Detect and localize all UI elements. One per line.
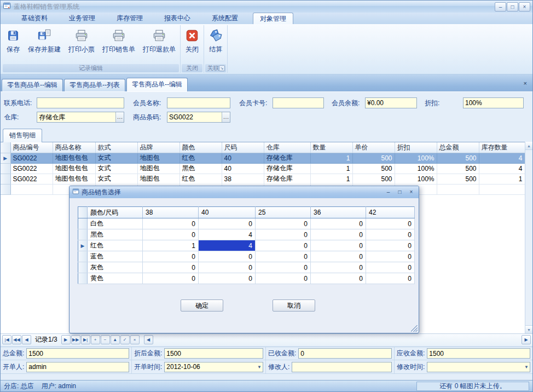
table-row[interactable]: 白色 0 0 0 0 0 [78, 218, 415, 229]
column-header[interactable]: 单价 [352, 142, 395, 153]
scroll-up-icon[interactable]: ▲ [525, 142, 532, 150]
column-header[interactable]: 颜色/尺码 [88, 207, 143, 218]
cell[interactable]: 0 [256, 218, 311, 229]
cell[interactable]: 0 [311, 273, 366, 284]
nav-delete-button[interactable]: − [101, 335, 110, 344]
cell[interactable]: SG0022 [10, 163, 53, 174]
print-sales-slip-button[interactable]: 打印销售单 [99, 25, 139, 64]
cell[interactable]: 0 [366, 218, 415, 229]
cell[interactable]: 0 [256, 262, 311, 273]
cell[interactable]: 白色 [88, 218, 143, 229]
cell[interactable]: 0 [366, 240, 415, 251]
dialog-title-bar[interactable]: 商品销售选择 – □ × [69, 186, 419, 198]
cell[interactable]: 100% [395, 174, 437, 184]
cell[interactable]: 500 [352, 163, 395, 174]
member-card-input[interactable] [273, 97, 324, 108]
ribbon-tab-reports[interactable]: 报表中心 [158, 13, 197, 24]
phone-input[interactable] [37, 97, 124, 108]
table-row[interactable]: 蓝色 0 0 0 0 0 [78, 251, 415, 262]
doc-tab-retail-list[interactable]: 零售商品单--列表 [64, 79, 125, 91]
close-button[interactable]: × [519, 2, 530, 11]
cell[interactable]: 黑色 [179, 163, 222, 174]
cell[interactable]: 地图包 [137, 153, 179, 163]
nav-cancel-button[interactable]: × [130, 335, 140, 344]
barcode-browse-button[interactable]: … [222, 112, 230, 122]
cell[interactable]: 1 [310, 153, 352, 163]
cell[interactable]: 女式 [95, 153, 137, 163]
cell[interactable]: 4 [479, 163, 525, 174]
ribbon-tab-system-config[interactable]: 系统配置 [205, 13, 245, 24]
cell[interactable]: 0 [366, 229, 415, 240]
cell[interactable] [437, 184, 479, 194]
cell[interactable]: 地图包包包 [53, 153, 95, 163]
nav-edit-button[interactable]: ▲ [111, 335, 120, 344]
cell[interactable]: 地图包包包 [53, 163, 95, 174]
modifier-input[interactable] [292, 362, 392, 372]
cell[interactable]: 4 [199, 229, 256, 240]
close-document-button[interactable]: 关闭 [181, 25, 203, 64]
cell[interactable]: 地图包 [137, 163, 179, 174]
hscroll-right-button[interactable]: ▶ [522, 335, 531, 344]
table-row[interactable]: 黑色 0 4 0 0 0 [78, 229, 415, 240]
title-bar[interactable]: 蓝格鞋帽销售管理系统 – □ × [1, 1, 532, 13]
nav-insert-button[interactable]: + [91, 335, 100, 344]
column-header[interactable]: 仓库 [264, 142, 310, 153]
column-header[interactable]: 25 [256, 207, 311, 218]
cell[interactable]: 0 [143, 251, 199, 262]
chevron-down-icon[interactable]: ▼ [524, 365, 529, 370]
table-row[interactable]: SG0022 地图包包包 女式 地图包 红色 38 存储仓库 1 500 100… [1, 174, 525, 184]
table-row-selected[interactable]: ▶ SG0022 地图包包包 女式 地图包 红色 40 存储仓库 1 500 1… [1, 153, 525, 163]
table-row-selected[interactable]: ▶ 红色 1 4 0 0 0 [78, 240, 415, 251]
cell[interactable]: 蓝色 [88, 251, 143, 262]
cell[interactable]: 0 [311, 262, 366, 273]
cell[interactable]: 0 [366, 262, 415, 273]
cell[interactable]: 38 [222, 174, 264, 184]
column-header[interactable]: 总金额 [437, 142, 479, 153]
ribbon-tab-object-manage[interactable]: 对象管理 [253, 13, 293, 24]
doc-tab-retail-edit-1[interactable]: 零售商品单--编辑 [2, 79, 63, 91]
chevron-down-icon[interactable]: ▼ [257, 365, 262, 370]
column-header[interactable]: 库存数量 [479, 142, 525, 153]
cell[interactable]: 红色 [179, 174, 222, 184]
settle-button[interactable]: 结算 [205, 25, 227, 64]
receivable-amount-input[interactable] [427, 348, 530, 359]
cell[interactable]: 500 [437, 174, 479, 184]
cell[interactable]: 500 [352, 174, 395, 184]
cell[interactable]: 0 [311, 240, 366, 251]
cell[interactable]: 0 [256, 240, 311, 251]
member-name-input[interactable] [167, 97, 230, 108]
save-and-new-button[interactable]: 保存并新建 [24, 25, 65, 64]
nav-next-page-button[interactable]: ▶▶ [71, 335, 80, 344]
cell[interactable]: 0 [199, 273, 256, 284]
cell[interactable]: 0 [199, 218, 256, 229]
warehouse-input[interactable] [37, 112, 124, 123]
cell[interactable] [10, 184, 53, 194]
ribbon-tab-basic-data[interactable]: 基础资料 [15, 13, 54, 24]
resize-grip[interactable] [411, 325, 418, 332]
creator-input[interactable] [26, 362, 129, 372]
column-header[interactable]: 颜色 [179, 142, 222, 153]
table-row[interactable]: 黄色 0 0 0 0 0 [78, 273, 415, 284]
minimize-button[interactable]: – [495, 2, 506, 11]
cell[interactable]: 0 [256, 229, 311, 240]
discounted-amount-input[interactable] [164, 348, 263, 359]
print-refund-slip-button[interactable]: 打印退款单 [139, 25, 179, 64]
cell[interactable]: 1 [479, 174, 525, 184]
create-time-input[interactable] [164, 362, 263, 372]
nav-first-button[interactable]: |◀ [2, 335, 11, 344]
column-header[interactable]: 品牌 [137, 142, 179, 153]
save-button[interactable]: 保存 [2, 25, 24, 64]
table-row[interactable]: 灰色 0 0 0 0 0 [78, 262, 415, 273]
cell-selected[interactable]: 4 [199, 240, 256, 251]
column-header[interactable]: 38 [143, 207, 199, 218]
grid-vertical-scrollbar[interactable]: ▲ ▼ [525, 142, 532, 333]
cell[interactable]: 灰色 [88, 262, 143, 273]
cell[interactable]: 红色 [179, 153, 222, 163]
warehouse-browse-button[interactable]: … [115, 112, 124, 122]
cancel-button[interactable]: 取消 [273, 299, 315, 312]
cell[interactable]: 女式 [95, 163, 137, 174]
cell[interactable]: 500 [437, 153, 479, 163]
column-header[interactable]: 40 [199, 207, 256, 218]
cell[interactable]: 红色 [88, 240, 143, 251]
ribbon-tab-inventory[interactable]: 库存管理 [110, 13, 149, 24]
